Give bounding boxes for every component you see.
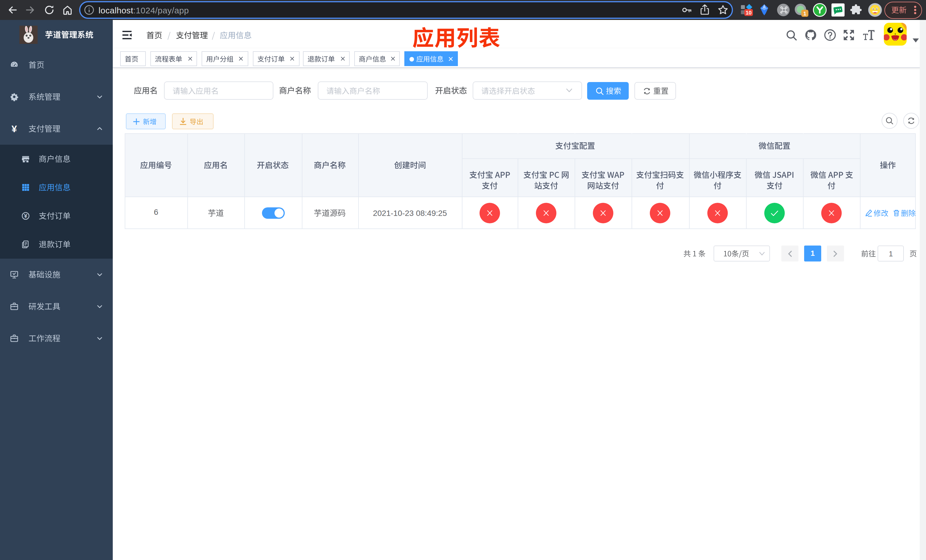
svg-text:10: 10 — [746, 10, 752, 16]
svg-text:¥: ¥ — [24, 212, 27, 219]
svg-text:¥: ¥ — [12, 123, 17, 134]
svg-text:1: 1 — [803, 11, 806, 17]
